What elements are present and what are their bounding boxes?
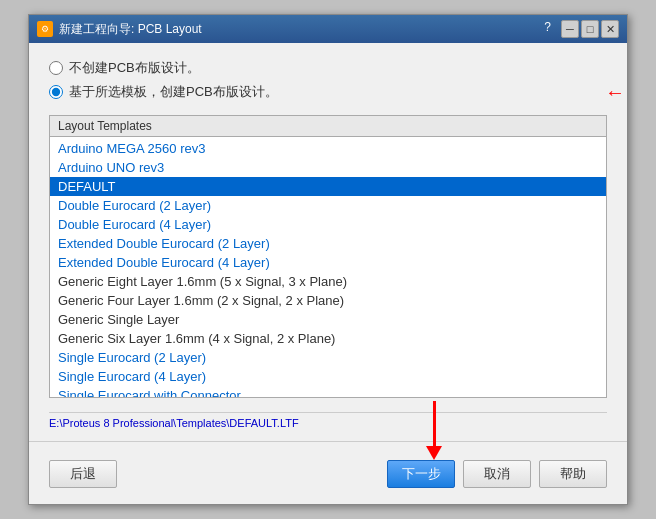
bottom-buttons: 后退 下一步 取消 帮助 bbox=[49, 452, 607, 492]
close-button[interactable]: ✕ bbox=[601, 20, 619, 38]
window-icon: ⚙ bbox=[37, 21, 53, 37]
template-panel-header: Layout Templates bbox=[50, 116, 606, 137]
maximize-button[interactable]: □ bbox=[581, 20, 599, 38]
template-panel: Layout Templates Arduino MEGA 2560 rev3A… bbox=[49, 115, 607, 398]
template-list-item[interactable]: Single Eurocard with Connector bbox=[50, 386, 606, 397]
title-bar-buttons: ? ─ □ ✕ bbox=[544, 20, 619, 38]
template-list-item[interactable]: Double Eurocard (2 Layer) bbox=[50, 196, 606, 215]
template-list-item[interactable]: Arduino UNO rev3 bbox=[50, 158, 606, 177]
next-button[interactable]: 下一步 bbox=[387, 460, 455, 488]
template-list-item[interactable]: Arduino MEGA 2560 rev3 bbox=[50, 139, 606, 158]
title-bar-left: ⚙ 新建工程向导: PCB Layout bbox=[37, 21, 202, 38]
btn-left: 后退 bbox=[49, 460, 117, 488]
path-value: E:\Proteus 8 Professional\Templates\DEFA… bbox=[49, 417, 299, 429]
no-pcb-label: 不创建PCB布版设计。 bbox=[69, 59, 200, 77]
separator bbox=[29, 441, 627, 442]
template-list-item[interactable]: Generic Six Layer 1.6mm (4 x Signal, 2 x… bbox=[50, 329, 606, 348]
btn-right: 下一步 取消 帮助 bbox=[387, 460, 607, 488]
no-pcb-option[interactable]: 不创建PCB布版设计。 bbox=[49, 59, 607, 77]
radio-group: 不创建PCB布版设计。 基于所选模板，创建PCB布版设计。 ← bbox=[49, 59, 607, 101]
help-button[interactable]: 帮助 bbox=[539, 460, 607, 488]
template-list[interactable]: Arduino MEGA 2560 rev3Arduino UNO rev3DE… bbox=[50, 137, 606, 397]
from-template-radio[interactable] bbox=[49, 85, 63, 99]
path-bar: E:\Proteus 8 Professional\Templates\DEFA… bbox=[49, 412, 607, 431]
window-title: 新建工程向导: PCB Layout bbox=[59, 21, 202, 38]
arrow-head bbox=[426, 446, 442, 460]
template-list-item[interactable]: DEFAULT bbox=[50, 177, 606, 196]
arrow-right-indicator: ← bbox=[605, 81, 625, 104]
template-list-item[interactable]: Extended Double Eurocard (2 Layer) bbox=[50, 234, 606, 253]
template-list-item[interactable]: Generic Eight Layer 1.6mm (5 x Signal, 3… bbox=[50, 272, 606, 291]
from-template-label: 基于所选模板，创建PCB布版设计。 bbox=[69, 83, 278, 101]
help-icon[interactable]: ? bbox=[544, 20, 551, 38]
no-pcb-radio[interactable] bbox=[49, 61, 63, 75]
from-template-option[interactable]: 基于所选模板，创建PCB布版设计。 ← bbox=[49, 83, 607, 101]
back-button[interactable]: 后退 bbox=[49, 460, 117, 488]
template-list-item[interactable]: Single Eurocard (2 Layer) bbox=[50, 348, 606, 367]
template-list-item[interactable]: Generic Single Layer bbox=[50, 310, 606, 329]
main-window: ⚙ 新建工程向导: PCB Layout ? ─ □ ✕ 不创建PCB布版设计。… bbox=[28, 14, 628, 505]
title-bar: ⚙ 新建工程向导: PCB Layout ? ─ □ ✕ bbox=[29, 15, 627, 43]
minimize-button[interactable]: ─ bbox=[561, 20, 579, 38]
dialog-content: 不创建PCB布版设计。 基于所选模板，创建PCB布版设计。 ← Layout T… bbox=[29, 43, 627, 504]
template-list-item[interactable]: Extended Double Eurocard (4 Layer) bbox=[50, 253, 606, 272]
template-list-item[interactable]: Generic Four Layer 1.6mm (2 x Signal, 2 … bbox=[50, 291, 606, 310]
cancel-button[interactable]: 取消 bbox=[463, 460, 531, 488]
template-list-item[interactable]: Single Eurocard (4 Layer) bbox=[50, 367, 606, 386]
template-list-item[interactable]: Double Eurocard (4 Layer) bbox=[50, 215, 606, 234]
